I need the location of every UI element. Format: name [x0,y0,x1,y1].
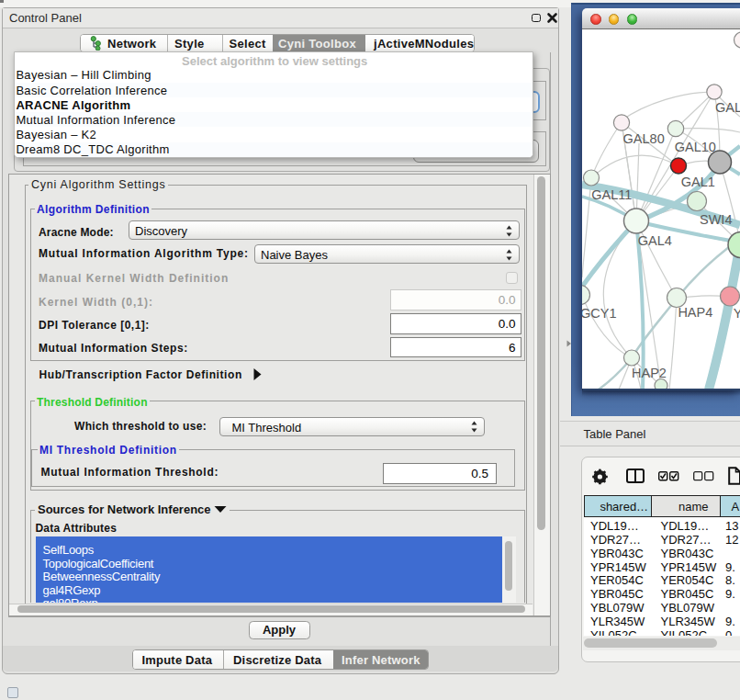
svg-text:GAL11: GAL11 [591,186,632,201]
svg-text:GAL80: GAL80 [623,131,665,146]
svg-text:HAP4: HAP4 [678,304,712,319]
svg-text:GCY1: GCY1 [582,306,617,321]
svg-text:GAL: GAL [715,100,740,115]
svg-text:Y: Y [734,306,740,321]
svg-text:GAL4: GAL4 [638,232,672,247]
svg-text:SWI4: SWI4 [700,212,732,227]
svg-text:GAL1: GAL1 [681,174,715,188]
svg-text:GAL10: GAL10 [675,140,716,154]
svg-text:HAP2: HAP2 [632,365,667,379]
